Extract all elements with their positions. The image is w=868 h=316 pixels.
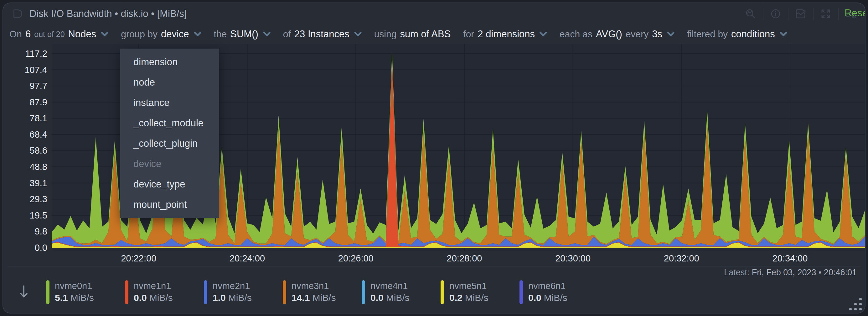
x-tick-label: 20:34:00 — [773, 253, 808, 264]
dimensions-selector-text: for — [463, 29, 474, 39]
nodes-selector-text: 6 — [25, 29, 31, 40]
legend-color-bar — [441, 280, 444, 304]
dropdown-item-node[interactable]: node — [120, 72, 219, 92]
legend-value: 14.1MiB/s — [291, 291, 336, 304]
group-by-dropdown: dimensionnodeinstance_collect_module_col… — [120, 49, 219, 218]
legend-color-bar — [283, 280, 286, 304]
legend-item-nvme5n1[interactable]: nvme5n10.2MiB/s — [441, 275, 520, 304]
legend-item-nvme3n1[interactable]: nvme3n114.1MiB/s — [283, 275, 362, 304]
legend-value: 0.0MiB/s — [134, 291, 173, 304]
legend-name: nvme0n1 — [55, 280, 94, 291]
zoom-icon[interactable] — [745, 8, 756, 20]
time-aggregation-selector-text: every — [626, 29, 649, 39]
legend-items: nvme0n15.1MiB/snvme1n10.0MiB/snvme2n11.0… — [46, 275, 598, 304]
resize-handle[interactable] — [849, 298, 862, 310]
legend-name: nvme5n1 — [450, 280, 489, 291]
y-tick-label: 107.4 — [24, 64, 47, 75]
footer-divider — [7, 266, 861, 266]
y-tick-label: 58.6 — [30, 145, 47, 156]
nodes-selector[interactable]: On6out of 20Nodes — [9, 29, 108, 40]
dropdown-item-_collect_plugin[interactable]: _collect_plugin — [120, 133, 219, 153]
y-tick-label: 9.8 — [35, 226, 47, 237]
screen: Disk I/O Bandwidth • disk.io • [MiB/s] O… — [0, 0, 868, 316]
y-tick-label: 117.2 — [25, 48, 47, 59]
legend-name: nvme2n1 — [213, 280, 252, 291]
nodes-selector-text: On — [9, 29, 22, 39]
fullscreen-icon[interactable] — [820, 8, 832, 20]
y-tick-label: 68.4 — [30, 129, 47, 140]
chart-logo-icon — [11, 7, 24, 20]
y-tick-label: 39.1 — [30, 178, 47, 189]
dropdown-item-instance[interactable]: instance — [120, 92, 219, 113]
legend-name: nvme1n1 — [134, 280, 173, 291]
chevron-down-icon — [778, 32, 787, 37]
legend-value: 0.0MiB/s — [370, 291, 410, 304]
time-aggregation-selector[interactable]: each asAVG()every3s — [560, 29, 675, 40]
dropdown-item-_collect_module[interactable]: _collect_module — [120, 113, 219, 133]
instances-selector[interactable]: of23 Instances — [283, 29, 362, 40]
y-tick-label: 97.7 — [30, 81, 47, 91]
y-tick-label: 87.9 — [30, 97, 47, 108]
chevron-down-icon — [193, 32, 202, 37]
time-aggregation-selector-text: each as — [560, 29, 592, 39]
nodes-selector-text: Nodes — [68, 29, 96, 40]
instances-selector-text: 23 Instances — [294, 29, 349, 40]
legend-name: nvme3n1 — [291, 280, 336, 291]
time-aggregation-selector-text: 3s — [652, 29, 662, 40]
legend-sort-button[interactable] — [17, 282, 31, 301]
aggregation-selector-text: the — [214, 29, 227, 39]
header-toolbar-icons — [745, 8, 857, 20]
chart-title: Disk I/O Bandwidth • disk.io • [MiB/s] — [29, 8, 187, 20]
y-tick-label: 48.8 — [30, 162, 47, 172]
dropdown-item-device: device — [120, 153, 219, 174]
dimensions-selector[interactable]: for2 dimensions — [463, 29, 547, 40]
info-icon[interactable] — [770, 8, 782, 20]
area-chart-icon[interactable] — [795, 8, 807, 20]
abs-indicator-text: sum of ABS — [400, 29, 451, 40]
x-tick-label: 20:30:00 — [555, 253, 591, 264]
x-tick-label: 20:24:00 — [229, 253, 265, 264]
abs-indicator[interactable]: usingsum of ABS — [374, 29, 451, 40]
legend-item-nvme2n1[interactable]: nvme2n11.0MiB/s — [204, 275, 283, 304]
y-tick-label: 19.5 — [30, 210, 47, 221]
aggregation-selector[interactable]: theSUM() — [214, 29, 271, 40]
abs-indicator-text: using — [374, 29, 397, 39]
dimensions-selector-text: 2 dimensions — [477, 29, 535, 40]
legend-color-bar — [362, 280, 365, 304]
x-tick-label: 20:22:00 — [121, 253, 156, 264]
x-tick-label: 20:32:00 — [664, 253, 699, 264]
group-by-selector[interactable]: group bydevice — [121, 29, 201, 40]
nodes-selector-text: out of 20 — [34, 30, 64, 39]
chart-toolbar: On6out of 20Nodesgroup bydevicetheSUM()o… — [3, 25, 865, 44]
chevron-down-icon — [100, 32, 108, 37]
reset-button-wrap: Reset — [844, 3, 866, 23]
reset-button[interactable]: Reset — [844, 7, 866, 19]
x-tick-label: 20:28:00 — [447, 253, 482, 264]
legend-color-bar — [46, 280, 50, 304]
instances-selector-text: of — [283, 29, 291, 39]
legend-item-nvme6n1[interactable]: nvme6n10.0MiB/s — [520, 275, 598, 304]
chevron-down-icon — [538, 32, 547, 37]
chevron-down-icon — [262, 32, 271, 37]
y-tick-label: 78.1 — [30, 113, 47, 123]
filter-selector[interactable]: filtered byconditions — [687, 29, 787, 40]
filter-selector-text: conditions — [731, 29, 775, 40]
dropdown-item-dimension[interactable]: dimension — [120, 52, 219, 72]
legend-item-nvme1n1[interactable]: nvme1n10.0MiB/s — [125, 275, 204, 304]
legend-value: 1.0MiB/s — [213, 291, 252, 304]
legend-color-bar — [204, 280, 207, 304]
y-tick-label: 29.3 — [30, 194, 47, 204]
legend-value: 0.0MiB/s — [528, 291, 567, 304]
legend-value: 0.2MiB/s — [450, 291, 489, 304]
legend-item-nvme0n1[interactable]: nvme0n15.1MiB/s — [46, 275, 125, 304]
chart-card: Disk I/O Bandwidth • disk.io • [MiB/s] O… — [2, 2, 866, 314]
legend-item-nvme4n1[interactable]: nvme4n10.0MiB/s — [362, 275, 441, 304]
icon-divider — [813, 8, 813, 20]
legend-name: nvme6n1 — [528, 280, 567, 291]
aggregation-selector-text: SUM() — [230, 29, 258, 40]
dropdown-item-device_type[interactable]: device_type — [120, 174, 219, 194]
x-axis: 20:22:0020:24:0020:26:0020:28:0020:30:00… — [52, 253, 865, 264]
dropdown-item-mount_point[interactable]: mount_point — [120, 194, 219, 215]
time-aggregation-selector-text: AVG() — [596, 29, 622, 40]
arrow-down-icon — [19, 285, 29, 298]
